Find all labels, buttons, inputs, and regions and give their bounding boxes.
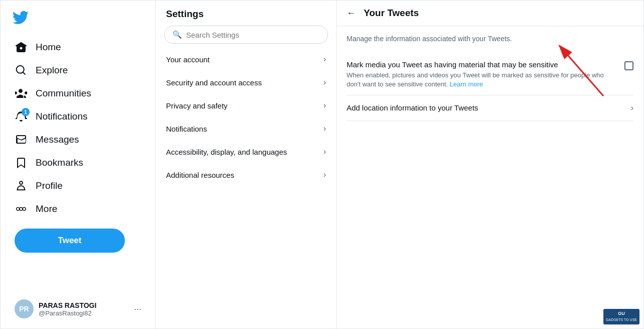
settings-nav-privacy-label: Privacy and safety — [166, 101, 228, 110]
nav-label-profile: Profile — [36, 180, 63, 191]
more-icon — [15, 202, 28, 215]
settings-nav-notifications-label: Notifications — [166, 125, 207, 133]
nav-item-bookmarks[interactable]: Bookmarks — [9, 151, 147, 174]
chevron-icon: › — [324, 170, 326, 179]
settings-nav-your-account-label: Your account — [166, 55, 210, 64]
watermark: GUGADGETS TO USE — [603, 309, 639, 324]
settings-nav-your-account[interactable]: Your account › — [156, 48, 336, 71]
settings-nav-additional[interactable]: Additional resources › — [156, 163, 336, 186]
main-nav: Home Explore Communities 1 Notifications — [9, 36, 147, 221]
nav-item-messages[interactable]: Messages — [9, 128, 147, 151]
content-body: Manage the information associated with y… — [337, 26, 643, 129]
nav-label-more: More — [36, 203, 57, 214]
user-display-name: PARAS RASTOGI — [39, 301, 129, 309]
messages-icon — [15, 133, 28, 146]
communities-icon — [15, 87, 28, 100]
notification-badge: 1 — [22, 108, 30, 116]
chevron-icon: › — [324, 55, 326, 64]
chevron-icon: › — [324, 101, 326, 110]
search-settings-input[interactable] — [186, 31, 319, 39]
nav-item-notifications[interactable]: 1 Notifications — [9, 105, 147, 128]
setting-row-location[interactable]: Add location information to your Tweets … — [347, 95, 633, 121]
tweet-button[interactable]: Tweet — [15, 229, 125, 253]
settings-title: Settings — [156, 1, 336, 20]
user-more-icon[interactable]: ··· — [134, 304, 141, 314]
nav-item-communities[interactable]: Communities — [9, 82, 147, 105]
search-settings-box[interactable]: 🔍 — [164, 26, 328, 44]
content-panel: ← Your Tweets Manage the information ass… — [337, 1, 643, 328]
profile-icon — [15, 179, 28, 192]
learn-more-link[interactable]: Learn more — [450, 80, 483, 88]
sidebar: Home Explore Communities 1 Notifications — [1, 1, 156, 328]
twitter-logo[interactable] — [13, 10, 147, 28]
nav-item-profile[interactable]: Profile — [9, 174, 147, 197]
search-icon: 🔍 — [173, 30, 182, 39]
explore-icon — [15, 64, 28, 77]
nav-label-messages: Messages — [36, 134, 79, 145]
chevron-icon: › — [324, 78, 326, 87]
nav-item-home[interactable]: Home — [9, 36, 147, 59]
home-icon — [15, 41, 28, 54]
nav-item-explore[interactable]: Explore — [9, 59, 147, 82]
avatar: PR — [15, 299, 34, 318]
user-profile-widget[interactable]: PR PARAS RASTOGI @ParasRastogi82 ··· — [9, 294, 147, 323]
chevron-icon: › — [324, 147, 326, 156]
settings-panel: Settings 🔍 Your account › Security and a… — [156, 1, 337, 328]
nav-label-notifications: Notifications — [36, 111, 88, 122]
content-title: Your Tweets — [364, 8, 419, 19]
notifications-icon: 1 — [15, 110, 28, 123]
settings-nav-privacy[interactable]: Privacy and safety › — [156, 94, 336, 117]
location-label: Add location information to your Tweets — [347, 103, 478, 112]
settings-nav-security[interactable]: Security and account access › — [156, 71, 336, 94]
settings-nav-notifications[interactable]: Notifications › — [156, 117, 336, 140]
nav-label-communities: Communities — [36, 88, 91, 99]
setting-row-sensitive: Mark media you Tweet as having material … — [347, 54, 633, 95]
content-header: ← Your Tweets — [337, 1, 643, 26]
nav-item-more[interactable]: More — [9, 197, 147, 221]
sensitive-media-desc: When enabled, pictures and videos you Tw… — [347, 71, 616, 89]
settings-nav-security-label: Security and account access — [166, 78, 262, 87]
settings-nav-additional-label: Additional resources — [166, 171, 234, 179]
chevron-icon: › — [324, 124, 326, 133]
sensitive-media-label: Mark media you Tweet as having material … — [347, 60, 616, 69]
back-button[interactable]: ← — [347, 8, 356, 19]
sensitive-media-text: Mark media you Tweet as having material … — [347, 60, 624, 89]
bookmarks-icon — [15, 156, 28, 169]
nav-label-explore: Explore — [36, 65, 68, 76]
settings-nav-accessibility-label: Accessibility, display, and languages — [166, 148, 287, 156]
nav-label-bookmarks: Bookmarks — [36, 157, 83, 168]
nav-label-home: Home — [36, 42, 61, 53]
settings-nav-accessibility[interactable]: Accessibility, display, and languages › — [156, 140, 336, 163]
location-chevron-icon: › — [631, 103, 633, 113]
user-info: PARAS RASTOGI @ParasRastogi82 — [39, 301, 129, 317]
sensitive-media-checkbox[interactable] — [624, 61, 633, 70]
user-handle: @ParasRastogi82 — [39, 309, 129, 317]
content-description: Manage the information associated with y… — [347, 34, 633, 44]
